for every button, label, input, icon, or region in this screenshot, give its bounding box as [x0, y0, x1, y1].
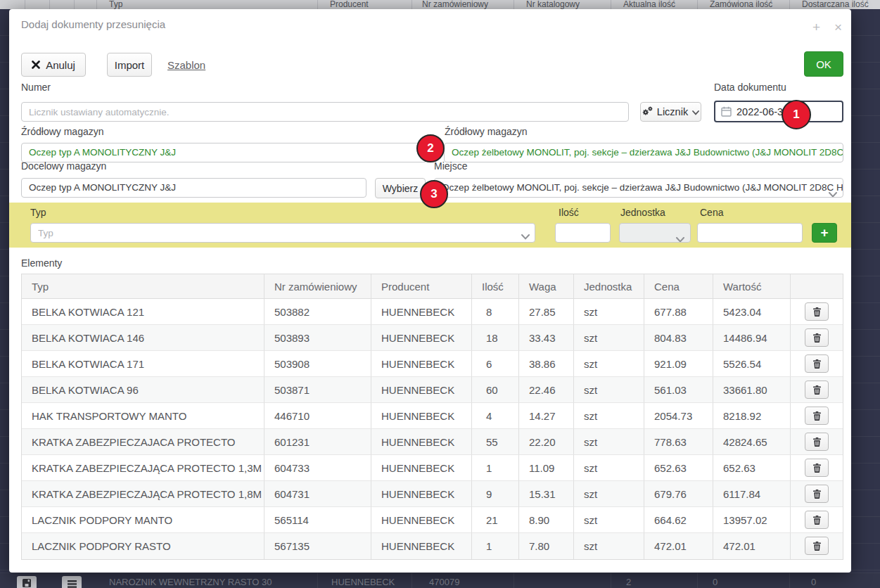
column-separator: [317, 573, 318, 588]
ok-button[interactable]: OK: [804, 51, 843, 77]
document-date-input[interactable]: 2022-06-30: [714, 101, 843, 122]
column-header: Jednostka: [574, 274, 644, 299]
table-cell: 33.43: [519, 325, 574, 351]
chevron-down-icon: [676, 231, 684, 243]
save-icon-button[interactable]: [17, 576, 37, 588]
place-select[interactable]: Oczep żelbetowy MONOLIT, poj. sekcje – d…: [434, 178, 843, 198]
licznik-button-label: Licznik: [657, 106, 688, 117]
table-cell: BELKA KOTWIACA 96: [22, 377, 264, 403]
table-cell: KRATKA ZABEZPIECZAJĄCA PROTECTO 1,8M: [22, 481, 264, 507]
column-separator: [25, 0, 25, 9]
choose-button-label: Wybierz: [383, 183, 418, 194]
add-price-input[interactable]: [697, 223, 803, 243]
table-cell: szt: [574, 403, 644, 429]
table-cell: 679.76: [644, 481, 713, 507]
table-actions-cell: [791, 481, 843, 507]
column-header: Typ: [22, 274, 264, 299]
delete-row-button[interactable]: [805, 407, 829, 425]
target-warehouse-field[interactable]: Oczep typ A MONOLITYCZNY J&J: [21, 178, 366, 198]
column-header: Waga: [519, 274, 574, 299]
table-cell: 22.20: [519, 429, 574, 455]
table-cell: 42824.65: [713, 429, 791, 455]
table-cell: 677.88: [644, 299, 713, 325]
delete-row-button[interactable]: [805, 537, 829, 555]
background-row-cell: HUENNEBECK: [331, 577, 395, 587]
table-row: KRATKA ZABEZPIECZAJĄCA PROTECTO 1,3M6047…: [22, 455, 843, 481]
table-cell: 1: [472, 533, 519, 559]
annotation-badge-2: 2: [416, 134, 445, 162]
add-typ-input[interactable]: [30, 223, 535, 243]
list-icon-button[interactable]: [62, 576, 82, 588]
background-column-header: Nr zamówieniowy: [422, 0, 488, 9]
delete-row-button[interactable]: [805, 381, 829, 399]
add-unit-select[interactable]: [619, 223, 691, 243]
table-cell: HUENNEBECK: [371, 403, 472, 429]
table-cell: szt: [574, 481, 644, 507]
screen: TypProducentNr zamówieniowyNr katalogowy…: [0, 0, 880, 588]
background-table-bottom-row: NAROZNIK WEWNETRZNY RASTO 30HUENNEBECK47…: [0, 573, 880, 588]
table-cell: HUENNEBECK: [371, 533, 472, 559]
column-separator: [697, 0, 698, 9]
delete-row-button[interactable]: [805, 459, 829, 477]
place-label: Miejsce: [434, 160, 467, 172]
column-separator: [611, 0, 611, 9]
table-cell: 503871: [264, 377, 371, 403]
place-select-value: Oczep żelbetowy MONOLIT, poj. sekcje – d…: [442, 182, 843, 193]
trash-icon: [813, 307, 821, 317]
column-header: Nr zamówieniowy: [264, 274, 371, 299]
column-separator: [412, 573, 412, 588]
add-item-button[interactable]: +: [812, 223, 837, 243]
numer-input[interactable]: [21, 102, 629, 122]
source-warehouse-right-field[interactable]: Oczep żelbetowy MONOLIT, poj. sekcje – d…: [444, 143, 843, 162]
background-column-header: Producent: [330, 0, 369, 9]
table-cell: 652.63: [713, 455, 791, 481]
table-cell: szt: [574, 533, 644, 559]
background-column-header: Nr katalogowy: [526, 0, 580, 9]
cancel-button-label: Anuluj: [46, 59, 75, 71]
licznik-button[interactable]: Licznik: [640, 102, 701, 122]
choose-button[interactable]: Wybierz: [375, 178, 426, 198]
close-icon[interactable]: ×: [834, 20, 842, 34]
add-item-panel: Typ Ilość Jednostka Cena +: [9, 203, 851, 248]
table-actions-cell: [791, 351, 843, 377]
table-cell: 5423.04: [713, 299, 791, 325]
delete-row-button[interactable]: [805, 485, 829, 503]
delete-row-button[interactable]: [805, 328, 829, 347]
add-typ-combobox[interactable]: [30, 223, 535, 243]
table-row: LACZNIK PODPORY RASTO567135HUENNEBECK17.…: [22, 533, 843, 559]
background-column-header: Aktualna ilość: [623, 0, 675, 9]
column-separator: [49, 0, 50, 9]
add-quantity-input[interactable]: [555, 223, 611, 243]
table-cell: LACZNIK PODPORY MANTO: [22, 507, 264, 533]
table-cell: KRATKA ZABEZPIECZAJACA PROTECTO: [22, 429, 264, 455]
table-cell: HAK TRANSPORTOWY MANTO: [22, 403, 264, 429]
table-cell: 8: [472, 299, 519, 325]
delete-row-button[interactable]: [805, 511, 829, 529]
background-row-cell: 2: [626, 577, 631, 587]
cancel-button[interactable]: Anuluj: [21, 53, 86, 77]
add-unit-label: Jednostka: [620, 207, 665, 218]
column-header: Ilość: [472, 274, 519, 299]
delete-row-button[interactable]: [805, 433, 829, 451]
column-separator: [611, 573, 611, 588]
table-row: BELKA KOTWIACA 96503871HUENNEBECK6022.46…: [22, 377, 843, 403]
list-icon: [68, 578, 77, 588]
table-actions-cell: [791, 377, 843, 403]
source-warehouse-left-field[interactable]: Oczep typ A MONOLITYCZNY J&J: [21, 143, 427, 162]
delete-row-button[interactable]: [805, 354, 829, 373]
expand-icon[interactable]: +: [812, 20, 820, 34]
table-row: HAK TRANSPORTOWY MANTO446710HUENNEBECK41…: [22, 403, 843, 429]
delete-row-button[interactable]: [805, 302, 829, 321]
import-button[interactable]: Import: [107, 53, 152, 77]
table-row: KRATKA ZABEZPIECZAJĄCA PROTECTO 1,8M6047…: [22, 481, 843, 507]
table-cell: 446710: [264, 403, 371, 429]
background-row-cell: NAROZNIK WEWNETRZNY RASTO 30: [109, 577, 272, 587]
table-cell: 22.46: [519, 377, 574, 403]
annotation-badge-1: 1: [782, 100, 811, 129]
template-link[interactable]: Szablon: [167, 59, 205, 71]
column-header: Cena: [644, 274, 713, 299]
table-cell: BELKA KOTWIACA 146: [22, 325, 264, 351]
table-row: KRATKA ZABEZPIECZAJACA PROTECTO601231HUE…: [22, 429, 843, 455]
add-typ-label: Typ: [30, 207, 46, 218]
trash-icon: [813, 464, 821, 473]
